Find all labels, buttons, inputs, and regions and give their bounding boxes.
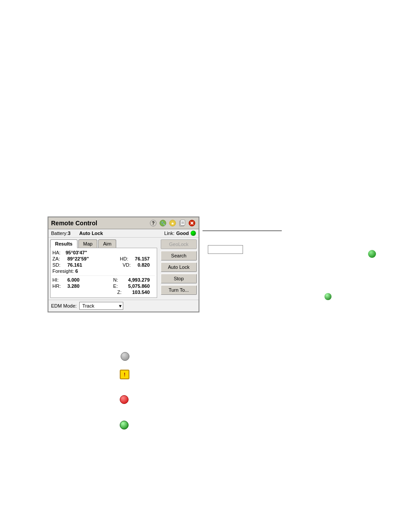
star-icon[interactable]: ★ bbox=[169, 219, 177, 227]
close-icon[interactable] bbox=[188, 219, 196, 227]
status-left: Battery:3 Auto Lock bbox=[51, 231, 103, 236]
hr-value: 3.280 bbox=[67, 283, 80, 289]
vd-label: VD: bbox=[122, 262, 136, 268]
n-pair: N: 4,993.279 bbox=[113, 277, 155, 283]
help-icon[interactable]: ? bbox=[149, 219, 157, 227]
search-button[interactable]: Search bbox=[161, 251, 197, 261]
e-label: E: bbox=[113, 283, 126, 289]
foresight-value: 6 bbox=[75, 268, 78, 274]
coords-section: HI: 6.000 N: 4,993.279 HR: 3.280 bbox=[52, 275, 155, 295]
hi-n-row: HI: 6.000 N: 4,993.279 bbox=[52, 277, 155, 283]
za-value: 89°22'59" bbox=[67, 256, 89, 261]
z-label: Z: bbox=[117, 290, 130, 295]
floating-underline bbox=[203, 231, 282, 231]
sd-label: SD: bbox=[52, 262, 66, 268]
gray-ball-icon bbox=[121, 352, 129, 361]
green-dot-medium-right bbox=[324, 293, 332, 300]
za-label: ZA: bbox=[52, 256, 66, 261]
edm-label: EDM Mode: bbox=[51, 303, 77, 308]
green-dot-top-right bbox=[368, 250, 376, 258]
construction-icon: ! bbox=[120, 370, 129, 379]
hd-pair: HD: 76.157 bbox=[120, 256, 155, 261]
n-value: 4,993.279 bbox=[128, 277, 150, 283]
main-content: Results Map Aim HA: 95°03'47" ZA: 89°22'… bbox=[48, 238, 199, 300]
red-ball-icon bbox=[120, 395, 129, 404]
hd-value: 76.157 bbox=[135, 256, 150, 261]
turn-to-button[interactable]: Turn To... bbox=[161, 285, 197, 295]
hi-value: 6.000 bbox=[67, 277, 80, 283]
foresight-label: Foresight: bbox=[52, 268, 74, 274]
battery-info: Battery:3 bbox=[51, 231, 70, 236]
copy-icon[interactable] bbox=[178, 219, 186, 227]
edm-bar: EDM Mode: Track Fine Rapid Standard ▼ bbox=[48, 300, 199, 312]
floating-input-box[interactable] bbox=[208, 245, 243, 254]
n-label: N: bbox=[113, 277, 126, 283]
e-pair: E: 5,075.860 bbox=[113, 283, 155, 289]
tab-bar: Results Map Aim bbox=[48, 238, 159, 248]
hi-label: HI: bbox=[52, 277, 66, 283]
z-pair: Z: 103.540 bbox=[117, 290, 155, 295]
e-value: 5,075.860 bbox=[128, 283, 150, 289]
data-area: HA: 95°03'47" ZA: 89°22'59" HD: 76.157 bbox=[50, 248, 157, 298]
title-bar: Remote Control ? 🔧 ★ bbox=[48, 217, 199, 229]
hr-e-row: HR: 3.280 E: 5,075.860 bbox=[52, 283, 155, 289]
link-status-dot bbox=[191, 231, 196, 236]
green-ball-icon-bottom bbox=[120, 421, 129, 429]
link-label: Link: bbox=[164, 231, 174, 236]
left-panel: Results Map Aim HA: 95°03'47" ZA: 89°22'… bbox=[48, 238, 159, 300]
tab-map[interactable]: Map bbox=[78, 239, 97, 248]
status-right: Link: Good bbox=[164, 231, 196, 236]
z-value: 103.540 bbox=[132, 290, 150, 295]
svg-text:🔧: 🔧 bbox=[161, 221, 166, 226]
status-bar: Battery:3 Auto Lock Link: Good bbox=[48, 229, 199, 238]
vd-pair: VD: 0.820 bbox=[122, 262, 155, 268]
auto-lock-info: Auto Lock bbox=[79, 231, 103, 236]
sd-pair: SD: 76.161 bbox=[52, 262, 88, 268]
wrench-icon[interactable]: 🔧 bbox=[159, 219, 167, 227]
foresight-row: Foresight: 6 bbox=[52, 268, 155, 274]
edm-select-wrapper: Track Fine Rapid Standard ▼ bbox=[79, 302, 123, 310]
vd-value: 0.820 bbox=[137, 262, 150, 268]
remote-control-window: Remote Control ? 🔧 ★ bbox=[48, 216, 199, 312]
link-value: Good bbox=[176, 231, 189, 236]
title-icon-group: ? 🔧 ★ bbox=[149, 219, 196, 227]
auto-lock-button[interactable]: Auto Lock bbox=[161, 262, 197, 272]
ha-row: HA: 95°03'47" bbox=[52, 250, 155, 255]
tab-aim[interactable]: Aim bbox=[98, 239, 116, 248]
tab-results[interactable]: Results bbox=[50, 239, 77, 248]
hi-pair: HI: 6.000 bbox=[52, 277, 85, 283]
hr-label: HR: bbox=[52, 283, 66, 289]
sd-vd-row: SD: 76.161 VD: 0.820 bbox=[52, 262, 155, 268]
edm-mode-select[interactable]: Track Fine Rapid Standard bbox=[79, 302, 123, 310]
stop-button[interactable]: Stop bbox=[161, 274, 197, 283]
hr-pair: HR: 3.280 bbox=[52, 283, 85, 289]
svg-text:?: ? bbox=[152, 221, 155, 226]
z-row: Z: 103.540 bbox=[52, 290, 155, 295]
za-pair: ZA: 89°22'59" bbox=[52, 256, 94, 261]
svg-text:★: ★ bbox=[171, 221, 174, 226]
ha-value: 95°03'47" bbox=[66, 250, 87, 255]
geolock-button[interactable]: GeoLock bbox=[161, 239, 197, 249]
za-hd-row: ZA: 89°22'59" HD: 76.157 bbox=[52, 256, 155, 261]
window-title: Remote Control bbox=[51, 220, 97, 227]
right-button-panel: GeoLock Search Auto Lock Stop Turn To... bbox=[159, 238, 199, 300]
ha-label: HA: bbox=[52, 250, 66, 255]
hd-label: HD: bbox=[120, 256, 133, 261]
sd-value: 76.161 bbox=[67, 262, 82, 268]
